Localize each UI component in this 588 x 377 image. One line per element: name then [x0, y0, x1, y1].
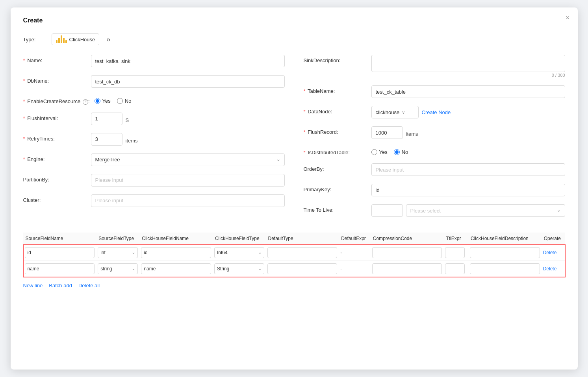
- is-distributed-yes-option[interactable]: Yes: [371, 149, 388, 155]
- name-label: * Name:: [23, 55, 86, 63]
- flush-interval-suffix: S: [126, 115, 129, 123]
- row1-default-expr: -: [339, 245, 371, 261]
- sink-desc-label: SinkDescription:: [304, 55, 367, 63]
- is-distributed-no-label: No: [402, 149, 408, 155]
- data-node-label: * DataNode:: [304, 106, 367, 115]
- bottom-actions: New line Batch add Delete all: [23, 283, 565, 288]
- flush-record-suffix: items: [406, 128, 418, 137]
- flush-interval-row: * FlushInterval: S: [23, 113, 285, 125]
- row1-ch-field-type-wrap: Int64 String Float64: [214, 247, 264, 258]
- table-name-label: * TableName:: [304, 85, 367, 94]
- create-node-link[interactable]: Create Node: [422, 109, 451, 115]
- is-distributed-yes-label: Yes: [379, 149, 388, 155]
- primary-key-row: PrimaryKey:: [304, 184, 565, 196]
- row2-source-field-type[interactable]: int string long double: [98, 263, 138, 274]
- name-input[interactable]: [91, 55, 285, 67]
- form-grid: * Name: * DbName: * EnableCreateResource…: [23, 55, 565, 225]
- primary-key-label: PrimaryKey:: [304, 184, 367, 192]
- flush-record-label: * FlushRecord:: [304, 126, 367, 135]
- row1-source-field-type[interactable]: int string long double: [98, 247, 138, 258]
- col-compression-code: CompressionCode: [371, 233, 444, 245]
- row1-default-type[interactable]: [267, 247, 338, 258]
- row1-source-field-type-wrap: int string long double: [98, 247, 138, 258]
- new-line-button[interactable]: New line: [23, 283, 43, 288]
- retry-times-field: items: [91, 133, 285, 146]
- retry-times-input[interactable]: [91, 133, 122, 146]
- row1-delete-button[interactable]: Delete: [543, 250, 557, 255]
- enable-create-yes-label: Yes: [102, 98, 111, 104]
- row1-ch-field-type[interactable]: Int64 String Float64: [214, 247, 264, 258]
- engine-label: * Engine:: [23, 153, 86, 162]
- delete-all-button[interactable]: Delete all: [78, 283, 100, 288]
- clickhouse-label: ClickHouse: [69, 37, 95, 43]
- row2-ch-field-type[interactable]: Int64 String Float64: [214, 263, 264, 274]
- type-expand-button[interactable]: »: [104, 34, 113, 45]
- left-column: * Name: * DbName: * EnableCreateResource…: [23, 55, 285, 225]
- col-clickhouse-field-name: ClickHouseFieldName: [139, 233, 213, 245]
- row2-default-type[interactable]: [267, 263, 338, 274]
- ttl-select[interactable]: Please select Day Week Month: [406, 204, 565, 217]
- dbname-input[interactable]: [91, 75, 285, 88]
- close-button[interactable]: ×: [566, 14, 570, 22]
- row2-compression-code[interactable]: [372, 263, 442, 274]
- engine-row: * Engine: MergeTree ReplacingMergeTree S…: [23, 153, 285, 166]
- cluster-input[interactable]: [91, 194, 285, 207]
- clickhouse-logo-icon: [56, 35, 67, 43]
- flush-interval-input[interactable]: [91, 113, 122, 125]
- col-default-type: DefaultType: [266, 233, 339, 245]
- row2-default-expr: -: [339, 261, 371, 277]
- is-distributed-no-option[interactable]: No: [394, 149, 408, 155]
- row1-compression-code[interactable]: [372, 247, 442, 258]
- row2-ch-field-name[interactable]: [141, 263, 211, 274]
- enable-create-yes-option[interactable]: Yes: [95, 98, 111, 104]
- order-by-input[interactable]: [371, 163, 565, 176]
- col-source-field-name: SourceFieldName: [23, 233, 96, 245]
- name-row: * Name:: [23, 55, 285, 67]
- partition-by-row: PartitionBy:: [23, 174, 285, 187]
- type-label: Type:: [23, 37, 47, 43]
- row2-ttl-expr[interactable]: [445, 263, 465, 274]
- datanode-wrap: clickhouse ∨ Create Node: [371, 106, 565, 118]
- is-distributed-radio-group: Yes No: [371, 147, 408, 155]
- partition-by-input[interactable]: [91, 174, 285, 187]
- row1-ch-field-name[interactable]: [141, 247, 211, 258]
- engine-select-wrap: MergeTree ReplacingMergeTree SummingMerg…: [91, 153, 285, 166]
- flush-interval-label: * FlushInterval:: [23, 113, 86, 121]
- sink-desc-wrap: 0 / 300: [371, 55, 565, 78]
- table-row: int string long double Int64 St: [23, 245, 565, 261]
- row1-source-field-name[interactable]: [25, 247, 95, 258]
- col-default-expr: DefaultExpr: [339, 233, 371, 245]
- engine-select[interactable]: MergeTree ReplacingMergeTree SummingMerg…: [91, 153, 285, 166]
- row1-description[interactable]: [470, 247, 540, 258]
- cluster-label: Cluster:: [23, 194, 86, 203]
- enable-create-radio-group: Yes No: [95, 96, 132, 104]
- modal-title: Create: [23, 17, 565, 24]
- row2-delete-button[interactable]: Delete: [543, 266, 557, 272]
- col-source-field-type: SourceFieldType: [96, 233, 139, 245]
- ttl-select-wrap: Please select Day Week Month: [406, 204, 565, 217]
- primary-key-input[interactable]: [371, 184, 565, 196]
- flush-record-row: * FlushRecord: items: [304, 126, 565, 139]
- help-icon[interactable]: ?: [83, 99, 88, 105]
- sink-desc-row: SinkDescription: 0 / 300: [304, 55, 565, 78]
- flush-record-field: items: [371, 126, 565, 139]
- datanode-chevron-icon: ∨: [402, 109, 405, 115]
- ttl-label: Time To Live:: [304, 204, 367, 213]
- datanode-select[interactable]: clickhouse ∨: [371, 106, 419, 118]
- table-name-input[interactable]: [371, 85, 565, 98]
- batch-add-button[interactable]: Batch add: [49, 283, 72, 288]
- enable-create-no-option[interactable]: No: [117, 98, 132, 104]
- flush-record-input[interactable]: [371, 126, 403, 139]
- table-header: SourceFieldName SourceFieldType ClickHou…: [23, 233, 565, 245]
- clickhouse-type-selector[interactable]: ClickHouse: [52, 33, 100, 45]
- row2-source-field-name[interactable]: [25, 263, 95, 274]
- row2-source-field-type-wrap: int string long double: [98, 263, 138, 274]
- table-body: int string long double Int64 St: [23, 245, 565, 277]
- sink-desc-textarea[interactable]: [371, 55, 565, 72]
- row2-description[interactable]: [470, 263, 540, 274]
- ttl-input[interactable]: [371, 204, 403, 217]
- retry-times-suffix: items: [126, 135, 138, 144]
- create-modal: × Create Type: ClickHouse » * Name:: [11, 7, 578, 370]
- row1-ttl-expr[interactable]: [445, 247, 465, 258]
- type-row: Type: ClickHouse »: [23, 33, 565, 45]
